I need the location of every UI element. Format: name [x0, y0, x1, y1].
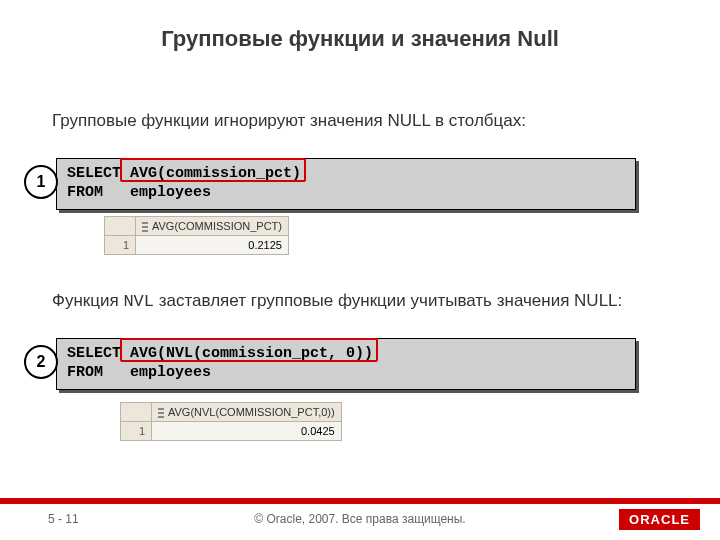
highlight-box-1: [120, 158, 306, 182]
result1-corner: .: [105, 217, 136, 236]
grip-icon: [158, 408, 164, 418]
step-badge-2: 2: [24, 345, 58, 379]
para2-nvl-code: NVL: [123, 292, 154, 311]
sql2-from-line: FROM employees: [67, 364, 211, 381]
result2-value: 0.0425: [152, 422, 342, 441]
result1-rownum: 1: [105, 236, 136, 255]
result1-col-label: AVG(COMMISSION_PCT): [152, 220, 282, 232]
footer-copyright: © Oracle, 2007. Все права защищены.: [0, 512, 720, 526]
step-badge-1: 1: [24, 165, 58, 199]
highlight-box-2: [120, 338, 378, 362]
result2-rownum: 1: [121, 422, 152, 441]
result1-col-header: AVG(COMMISSION_PCT): [136, 217, 289, 236]
result-table-2: . AVG(NVL(COMMISSION_PCT,0)) 1 0.0425: [120, 402, 342, 441]
footer-stripe: [0, 498, 720, 504]
result2-col-label: AVG(NVL(COMMISSION_PCT,0)): [168, 406, 335, 418]
para2-pre: Функция: [52, 291, 123, 310]
result-table-1: . AVG(COMMISSION_PCT) 1 0.2125: [104, 216, 289, 255]
sql1-from-line: FROM employees: [67, 184, 211, 201]
paragraph-nvl: Функция NVL заставляет групповые функции…: [52, 290, 672, 314]
slide-title: Групповые функции и значения Null: [0, 26, 720, 52]
result2-corner: .: [121, 403, 152, 422]
grip-icon: [142, 222, 148, 232]
para2-post: заставляет групповые функции учитывать з…: [154, 291, 622, 310]
paragraph-null-ignored: Групповые функции игнорируют значения NU…: [52, 110, 652, 133]
result1-value: 0.2125: [136, 236, 289, 255]
oracle-logo: ORACLE: [619, 509, 700, 530]
result2-col-header: AVG(NVL(COMMISSION_PCT,0)): [152, 403, 342, 422]
